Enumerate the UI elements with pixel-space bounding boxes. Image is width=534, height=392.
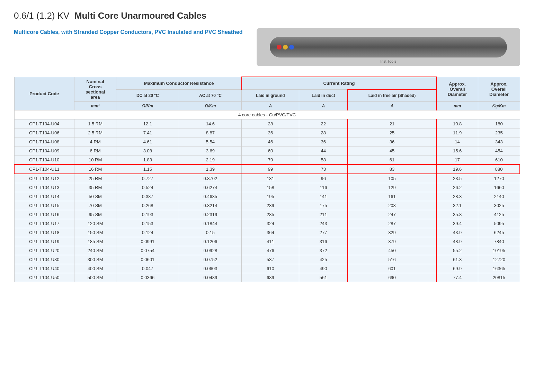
cell-weight: 880: [478, 164, 520, 174]
header-product-code: Product Code: [14, 77, 74, 110]
cell-area: 70 SM: [74, 201, 116, 210]
section-header-row: 4 core cables - Cu/PVC/PVC: [14, 110, 520, 119]
cell-ac70: 3.69: [179, 146, 242, 155]
cell-dc20: 0.727: [116, 174, 179, 183]
table-row: CP1-T104-U18 150 SM 0.124 0.15 364 277 3…: [14, 228, 520, 237]
cell-dc20: 0.0601: [116, 255, 179, 264]
cell-laid-ground: 285: [242, 210, 299, 219]
cell-ac70: 0.0603: [179, 264, 242, 273]
cell-area: 35 RM: [74, 183, 116, 192]
cell-laid-free-air: 247: [348, 210, 436, 219]
cell-weight: 180: [478, 119, 520, 128]
unit-a3: A: [348, 101, 436, 110]
wire-blue: [289, 45, 294, 50]
cell-diameter: 35.8: [436, 210, 478, 219]
cell-dc20: 0.387: [116, 192, 179, 201]
cell-laid-duct: 277: [299, 228, 348, 237]
cell-area: 25 RM: [74, 174, 116, 183]
cell-laid-ground: 537: [242, 255, 299, 264]
cell-code: CP1-T104-U15: [14, 201, 74, 210]
cell-laid-ground: 364: [242, 228, 299, 237]
cell-diameter: 11.9: [436, 128, 478, 137]
cell-laid-ground: 239: [242, 201, 299, 210]
wire-red: [277, 45, 282, 50]
cell-laid-ground: 411: [242, 237, 299, 246]
wire-yellow: [283, 45, 288, 50]
cell-dc20: 0.124: [116, 228, 179, 237]
cell-dc20: 0.0754: [116, 246, 179, 255]
cell-laid-free-air: 450: [348, 246, 436, 255]
cell-code: CP1-T104-U40: [14, 264, 74, 273]
table-row: CP1-T104-U30 300 SM 0.0601 0.0752 537 42…: [14, 255, 520, 264]
cell-area: 4 RM: [74, 137, 116, 146]
cell-diameter: 55.2: [436, 246, 478, 255]
cell-laid-duct: 36: [299, 137, 348, 146]
cell-laid-free-air: 36: [348, 137, 436, 146]
cell-weight: 10195: [478, 246, 520, 255]
cell-laid-ground: 36: [242, 128, 299, 137]
cell-dc20: 0.047: [116, 264, 179, 273]
cell-laid-ground: 28: [242, 119, 299, 128]
cell-laid-free-air: 601: [348, 264, 436, 273]
header-current-rating: Current Rating: [242, 77, 436, 90]
table-row: CP1-T104-U19 185 SM 0.0991 0.1206 411 31…: [14, 237, 520, 246]
cell-laid-free-air: 690: [348, 273, 436, 282]
cell-laid-ground: 60: [242, 146, 299, 155]
cell-ac70: 0.0752: [179, 255, 242, 264]
cell-laid-duct: 243: [299, 219, 348, 228]
cell-area: 185 SM: [74, 237, 116, 246]
cell-dc20: 0.153: [116, 219, 179, 228]
cell-laid-duct: 490: [299, 264, 348, 273]
cell-ac70: 5.54: [179, 137, 242, 146]
cell-diameter: 15.6: [436, 146, 478, 155]
header-laid-duct: Laid in duct: [299, 90, 348, 102]
cell-area: 300 SM: [74, 255, 116, 264]
table-row: CP1-T104-U04 1.5 RM 12.1 14.6 28 22 21 1…: [14, 119, 520, 128]
cell-weight: 1270: [478, 174, 520, 183]
cell-weight: 5095: [478, 219, 520, 228]
cell-dc20: 3.08: [116, 146, 179, 155]
cell-laid-ground: 46: [242, 137, 299, 146]
cell-laid-duct: 141: [299, 192, 348, 201]
cell-ac70: 14.6: [179, 119, 242, 128]
header-ac70: AC at 70 °C: [179, 90, 242, 102]
cell-laid-duct: 22: [299, 119, 348, 128]
cell-dc20: 12.1: [116, 119, 179, 128]
cell-laid-free-air: 516: [348, 255, 436, 264]
cell-area: 16 RM: [74, 164, 116, 174]
cell-area: 10 RM: [74, 155, 116, 164]
cell-laid-ground: 99: [242, 164, 299, 174]
cell-laid-free-air: 329: [348, 228, 436, 237]
cell-weight: 235: [478, 128, 520, 137]
table-row: CP1-T104-U13 35 RM 0.524 0.6274 158 116 …: [14, 183, 520, 192]
cell-code: CP1-T104-U12: [14, 174, 74, 183]
cell-weight: 4125: [478, 210, 520, 219]
cell-laid-free-air: 105: [348, 174, 436, 183]
table-row: CP1-T104-U09 6 RM 3.08 3.69 60 44 45 15.…: [14, 146, 520, 155]
unit-mm2: mm²: [74, 101, 116, 110]
cell-dc20: 0.524: [116, 183, 179, 192]
cell-laid-free-air: 25: [348, 128, 436, 137]
cell-laid-duct: 116: [299, 183, 348, 192]
cell-dc20: 1.83: [116, 155, 179, 164]
cell-laid-ground: 610: [242, 264, 299, 273]
cell-diameter: 61.3: [436, 255, 478, 264]
table-row: CP1-T104-U06 2.5 RM 7.41 8.87 36 28 25 1…: [14, 128, 520, 137]
cell-diameter: 10.8: [436, 119, 478, 128]
cell-code: CP1-T104-U06: [14, 128, 74, 137]
table-row: CP1-T104-U14 50 SM 0.387 0.4635 195 141 …: [14, 192, 520, 201]
cell-laid-free-air: 129: [348, 183, 436, 192]
cell-laid-free-air: 161: [348, 192, 436, 201]
cable-wires: [277, 45, 294, 50]
cell-area: 500 SM: [74, 273, 116, 282]
cell-laid-ground: 476: [242, 246, 299, 255]
cell-ac70: 0.2319: [179, 210, 242, 219]
cell-dc20: 0.0366: [116, 273, 179, 282]
unit-kgkm: Kg/Km: [478, 101, 520, 110]
cell-laid-duct: 372: [299, 246, 348, 255]
table-row: CP1-T104-U15 70 SM 0.268 0.3214 239 175 …: [14, 201, 520, 210]
unit-a1: A: [242, 101, 299, 110]
cell-ac70: 0.1844: [179, 219, 242, 228]
cable-table: Product Code NominalCrosssectionalarea M…: [14, 77, 520, 282]
title-prefix: 0.6/1 (1.2) KV: [14, 10, 69, 21]
